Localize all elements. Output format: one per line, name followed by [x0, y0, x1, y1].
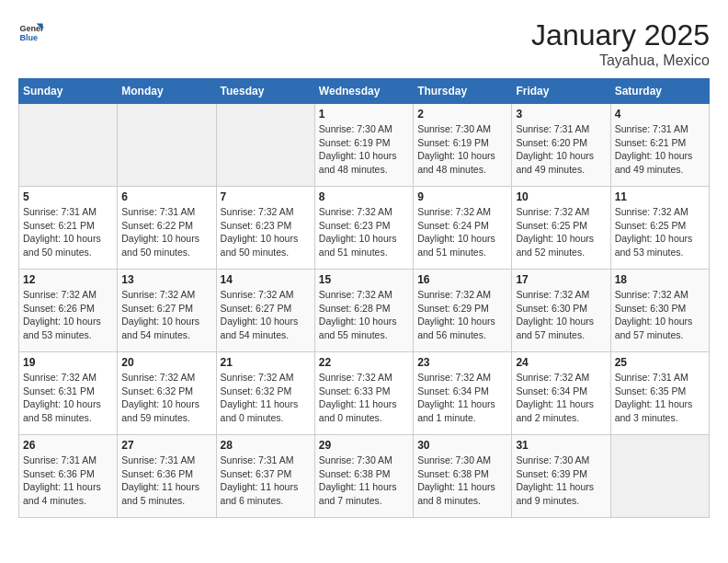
- cell-week1-day5: 3Sunrise: 7:31 AMSunset: 6:20 PMDaylight…: [512, 104, 610, 187]
- day-info: Sunrise: 7:32 AMSunset: 6:32 PMDaylight:…: [121, 371, 211, 425]
- header-row: Sunday Monday Tuesday Wednesday Thursday…: [19, 79, 710, 104]
- title-block: January 2025 Tayahua, Mexico: [531, 18, 710, 69]
- day-number: 20: [121, 356, 211, 369]
- day-number: 25: [615, 356, 705, 369]
- day-number: 7: [221, 190, 311, 203]
- day-info: Sunrise: 7:31 AMSunset: 6:20 PMDaylight:…: [516, 122, 606, 177]
- cell-week2-day5: 10Sunrise: 7:32 AMSunset: 6:25 PMDayligh…: [512, 187, 610, 270]
- day-info: Sunrise: 7:30 AMSunset: 6:19 PMDaylight:…: [417, 122, 507, 177]
- cell-week2-day3: 8Sunrise: 7:32 AMSunset: 6:23 PMDaylight…: [314, 187, 413, 270]
- day-info: Sunrise: 7:31 AMSunset: 6:37 PMDaylight:…: [221, 454, 311, 508]
- cell-week4-day4: 23Sunrise: 7:32 AMSunset: 6:34 PMDayligh…: [414, 352, 512, 435]
- cell-week3-day0: 12Sunrise: 7:32 AMSunset: 6:26 PMDayligh…: [19, 270, 118, 352]
- day-number: 19: [23, 356, 113, 369]
- cell-week3-day1: 13Sunrise: 7:32 AMSunset: 6:27 PMDayligh…: [118, 270, 216, 352]
- day-info: Sunrise: 7:32 AMSunset: 6:29 PMDaylight:…: [417, 288, 507, 342]
- day-info: Sunrise: 7:32 AMSunset: 6:34 PMDaylight:…: [516, 371, 606, 425]
- day-info: Sunrise: 7:32 AMSunset: 6:27 PMDaylight:…: [221, 288, 311, 342]
- day-number: 11: [615, 190, 705, 203]
- day-number: 8: [319, 190, 409, 203]
- day-info: Sunrise: 7:31 AMSunset: 6:22 PMDaylight:…: [121, 205, 211, 259]
- cell-week4-day0: 19Sunrise: 7:32 AMSunset: 6:31 PMDayligh…: [19, 352, 118, 435]
- day-info: Sunrise: 7:32 AMSunset: 6:30 PMDaylight:…: [516, 288, 606, 342]
- cell-week5-day1: 27Sunrise: 7:31 AMSunset: 6:36 PMDayligh…: [118, 435, 216, 518]
- calendar-table: Sunday Monday Tuesday Wednesday Thursday…: [18, 78, 710, 518]
- day-number: 6: [121, 190, 211, 203]
- day-info: Sunrise: 7:30 AMSunset: 6:39 PMDaylight:…: [516, 454, 606, 508]
- day-info: Sunrise: 7:31 AMSunset: 6:35 PMDaylight:…: [615, 371, 705, 425]
- cell-week3-day6: 18Sunrise: 7:32 AMSunset: 6:30 PMDayligh…: [610, 270, 709, 352]
- cell-week1-day4: 2Sunrise: 7:30 AMSunset: 6:19 PMDaylight…: [414, 104, 512, 187]
- day-number: 12: [23, 273, 113, 286]
- cell-week5-day4: 30Sunrise: 7:30 AMSunset: 6:38 PMDayligh…: [414, 435, 512, 518]
- cell-week1-day1: [118, 104, 216, 187]
- cell-week2-day2: 7Sunrise: 7:32 AMSunset: 6:23 PMDaylight…: [216, 187, 314, 270]
- day-number: 1: [319, 108, 409, 121]
- day-info: Sunrise: 7:32 AMSunset: 6:23 PMDaylight:…: [221, 205, 311, 259]
- day-number: 30: [417, 439, 507, 452]
- day-number: 28: [221, 439, 311, 452]
- day-info: Sunrise: 7:31 AMSunset: 6:21 PMDaylight:…: [23, 205, 113, 259]
- day-number: 10: [516, 190, 606, 203]
- cell-week1-day6: 4Sunrise: 7:31 AMSunset: 6:21 PMDaylight…: [610, 104, 709, 187]
- cell-week2-day0: 5Sunrise: 7:31 AMSunset: 6:21 PMDaylight…: [19, 187, 118, 270]
- day-info: Sunrise: 7:32 AMSunset: 6:33 PMDaylight:…: [319, 371, 409, 425]
- day-number: 2: [417, 108, 507, 121]
- cell-week2-day6: 11Sunrise: 7:32 AMSunset: 6:25 PMDayligh…: [610, 187, 709, 270]
- cell-week3-day4: 16Sunrise: 7:32 AMSunset: 6:29 PMDayligh…: [414, 270, 512, 352]
- cell-week5-day3: 29Sunrise: 7:30 AMSunset: 6:38 PMDayligh…: [314, 435, 413, 518]
- header-thursday: Thursday: [414, 79, 512, 104]
- cell-week5-day2: 28Sunrise: 7:31 AMSunset: 6:37 PMDayligh…: [216, 435, 314, 518]
- week-row-5: 26Sunrise: 7:31 AMSunset: 6:36 PMDayligh…: [19, 435, 710, 518]
- day-number: 5: [23, 190, 113, 203]
- day-info: Sunrise: 7:32 AMSunset: 6:26 PMDaylight:…: [23, 288, 113, 342]
- header-friday: Friday: [512, 79, 610, 104]
- cell-week4-day3: 22Sunrise: 7:32 AMSunset: 6:33 PMDayligh…: [314, 352, 413, 435]
- day-number: 17: [516, 273, 606, 286]
- day-number: 29: [319, 439, 409, 452]
- day-number: 15: [319, 273, 409, 286]
- cell-week4-day5: 24Sunrise: 7:32 AMSunset: 6:34 PMDayligh…: [512, 352, 610, 435]
- day-number: 13: [121, 273, 211, 286]
- day-number: 14: [221, 273, 311, 286]
- cell-week5-day6: [610, 435, 709, 518]
- day-info: Sunrise: 7:30 AMSunset: 6:38 PMDaylight:…: [417, 454, 507, 508]
- day-number: 9: [417, 190, 507, 203]
- day-info: Sunrise: 7:31 AMSunset: 6:21 PMDaylight:…: [615, 122, 705, 177]
- day-info: Sunrise: 7:32 AMSunset: 6:28 PMDaylight:…: [319, 288, 409, 342]
- day-number: 26: [23, 439, 113, 452]
- day-info: Sunrise: 7:32 AMSunset: 6:34 PMDaylight:…: [417, 371, 507, 425]
- cell-week2-day4: 9Sunrise: 7:32 AMSunset: 6:24 PMDaylight…: [414, 187, 512, 270]
- day-info: Sunrise: 7:31 AMSunset: 6:36 PMDaylight:…: [23, 454, 113, 508]
- cell-week1-day0: [19, 104, 118, 187]
- logo-icon: General Blue: [18, 18, 44, 44]
- cell-week4-day2: 21Sunrise: 7:32 AMSunset: 6:32 PMDayligh…: [216, 352, 314, 435]
- day-number: 23: [417, 356, 507, 369]
- header-saturday: Saturday: [610, 79, 709, 104]
- header-wednesday: Wednesday: [314, 79, 413, 104]
- day-info: Sunrise: 7:32 AMSunset: 6:31 PMDaylight:…: [23, 371, 113, 425]
- day-info: Sunrise: 7:32 AMSunset: 6:32 PMDaylight:…: [221, 371, 311, 425]
- cell-week5-day0: 26Sunrise: 7:31 AMSunset: 6:36 PMDayligh…: [19, 435, 118, 518]
- week-row-3: 12Sunrise: 7:32 AMSunset: 6:26 PMDayligh…: [19, 270, 710, 352]
- day-number: 21: [221, 356, 311, 369]
- day-info: Sunrise: 7:32 AMSunset: 6:27 PMDaylight:…: [121, 288, 211, 342]
- week-row-4: 19Sunrise: 7:32 AMSunset: 6:31 PMDayligh…: [19, 352, 710, 435]
- day-number: 3: [516, 108, 606, 121]
- cell-week3-day3: 15Sunrise: 7:32 AMSunset: 6:28 PMDayligh…: [314, 270, 413, 352]
- day-info: Sunrise: 7:32 AMSunset: 6:30 PMDaylight:…: [615, 288, 705, 342]
- calendar-subtitle: Tayahua, Mexico: [531, 52, 710, 69]
- cell-week3-day5: 17Sunrise: 7:32 AMSunset: 6:30 PMDayligh…: [512, 270, 610, 352]
- day-info: Sunrise: 7:32 AMSunset: 6:23 PMDaylight:…: [319, 205, 409, 259]
- day-info: Sunrise: 7:30 AMSunset: 6:38 PMDaylight:…: [319, 454, 409, 508]
- day-number: 16: [417, 273, 507, 286]
- page-header: General Blue January 2025 Tayahua, Mexic…: [18, 18, 710, 69]
- day-info: Sunrise: 7:32 AMSunset: 6:25 PMDaylight:…: [516, 205, 606, 259]
- cell-week4-day6: 25Sunrise: 7:31 AMSunset: 6:35 PMDayligh…: [610, 352, 709, 435]
- day-number: 24: [516, 356, 606, 369]
- header-sunday: Sunday: [19, 79, 118, 104]
- cell-week1-day2: [216, 104, 314, 187]
- day-number: 22: [319, 356, 409, 369]
- day-number: 27: [121, 439, 211, 452]
- day-info: Sunrise: 7:32 AMSunset: 6:24 PMDaylight:…: [417, 205, 507, 259]
